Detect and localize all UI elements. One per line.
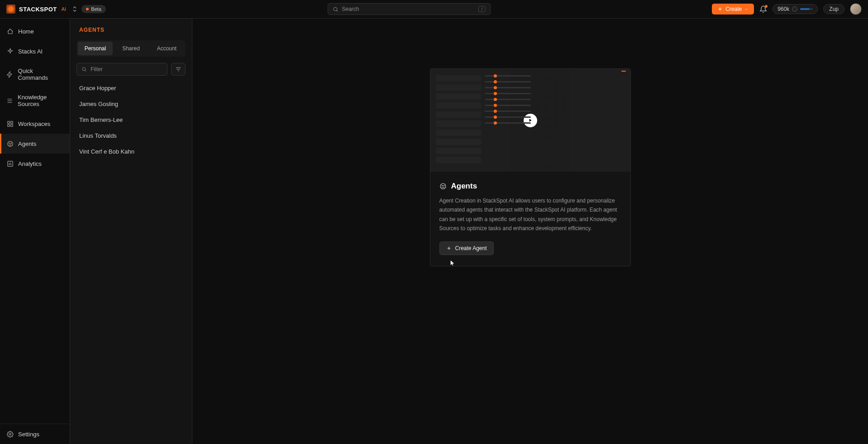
header-center: /	[106, 3, 712, 15]
search-shortcut-hint: /	[478, 6, 485, 12]
filter-input-wrapper[interactable]	[76, 63, 167, 76]
tab-personal[interactable]: Personal	[78, 42, 113, 55]
face-icon	[6, 140, 14, 147]
svg-point-9	[9, 433, 11, 435]
chevron-down-icon	[744, 7, 749, 11]
svg-point-13	[444, 185, 444, 186]
sidebar-item-home[interactable]: Home	[0, 21, 70, 41]
agents-tabs: Personal Shared Account	[76, 40, 186, 57]
agent-name: Grace Hopper	[79, 85, 116, 92]
gear-icon	[6, 430, 14, 438]
sparkle-icon	[6, 48, 14, 55]
agent-name: Tim Berners-Lee	[79, 116, 123, 123]
create-button[interactable]: Create	[712, 4, 754, 14]
notification-dot-icon	[765, 5, 768, 8]
plus-icon	[446, 246, 452, 251]
svg-point-7	[10, 143, 11, 143]
svg-point-11	[440, 183, 446, 189]
agent-item[interactable]: Tim Berners-Lee	[76, 112, 186, 128]
org-label: Zup	[829, 6, 839, 12]
sidebar-item-agents[interactable]: Agents	[0, 134, 70, 154]
svg-point-0	[334, 7, 337, 11]
svg-rect-2	[10, 121, 12, 123]
sidebar-item-knowledge-sources[interactable]: Knowledge Sources	[0, 87, 70, 114]
logo-area[interactable]: STACKSPOT AI	[6, 5, 77, 14]
status-dot-icon	[86, 8, 89, 10]
create-label: Create	[725, 6, 742, 12]
sidebar-item-label: Knowledge Sources	[18, 94, 63, 107]
sidebar-item-quick-commands[interactable]: Quick Commands	[0, 61, 70, 87]
create-agent-button[interactable]: Create Agent	[439, 241, 494, 255]
header-right: Create 960k Zup	[712, 3, 862, 15]
agent-item[interactable]: Grace Hopper	[76, 80, 186, 96]
cursor-icon	[449, 259, 456, 266]
svg-point-5	[7, 141, 12, 146]
home-icon	[6, 28, 14, 35]
card-description: Agent Creation in StackSpot AI allows us…	[439, 196, 621, 233]
filter-options-button[interactable]	[171, 63, 186, 76]
sidebar-item-workspaces[interactable]: Workspaces	[0, 114, 70, 134]
svg-point-6	[9, 143, 10, 143]
agent-item[interactable]: James Gosling	[76, 96, 186, 112]
sidebar-item-label: Workspaces	[18, 121, 50, 127]
beta-badge: Beta	[81, 5, 106, 13]
chart-icon	[6, 160, 14, 167]
panel-title: AGENTS	[76, 27, 186, 33]
bolt-icon	[6, 71, 14, 78]
card-title: Agents	[451, 182, 477, 191]
stack-icon	[6, 97, 13, 104]
nav-list: Home Stacks AI Quick Commands Knowledge …	[0, 19, 70, 424]
agent-list: Grace Hopper James Gosling Tim Berners-L…	[76, 80, 186, 159]
filter-input[interactable]	[91, 66, 162, 72]
sidebar: Home Stacks AI Quick Commands Knowledge …	[0, 19, 70, 444]
org-switcher[interactable]: Zup	[823, 4, 844, 14]
beta-label: Beta	[91, 6, 101, 12]
sidebar-item-settings[interactable]: Settings	[0, 424, 70, 444]
avatar[interactable]	[850, 3, 862, 15]
filter-icon	[175, 66, 181, 72]
brand-suffix: AI	[62, 6, 66, 12]
notification-button[interactable]	[759, 5, 767, 13]
sidebar-item-analytics[interactable]: Analytics	[0, 154, 70, 174]
sidebar-item-label: Settings	[18, 431, 39, 438]
chevron-updown-icon[interactable]	[72, 6, 77, 12]
button-label: Create Agent	[455, 245, 487, 251]
tab-account[interactable]: Account	[149, 42, 184, 55]
filter-row	[76, 63, 186, 76]
agent-name: James Gosling	[79, 101, 118, 107]
agents-panel: AGENTS Personal Shared Account Grace Hop…	[70, 19, 192, 444]
agents-intro-card: Agents Agent Creation in StackSpot AI al…	[430, 68, 631, 266]
agent-name: Vint Cerf e Bob Kahn	[79, 148, 134, 155]
credits-value: 960k	[777, 6, 789, 12]
agent-name: Linus Torvalds	[79, 132, 117, 139]
svg-point-10	[82, 68, 86, 71]
plus-icon	[717, 6, 723, 12]
logo-icon	[6, 5, 15, 14]
video-mock-left	[436, 75, 481, 165]
grid-icon	[6, 120, 14, 127]
sidebar-item-stacks-ai[interactable]: Stacks AI	[0, 41, 70, 61]
video-mock-right	[485, 75, 531, 165]
card-title-row: Agents	[439, 182, 621, 191]
tab-shared[interactable]: Shared	[114, 42, 148, 55]
face-icon	[439, 183, 447, 190]
header: STACKSPOT AI Beta / Create	[0, 0, 868, 19]
svg-rect-1	[7, 121, 9, 123]
search-icon	[81, 67, 87, 72]
search-box[interactable]: /	[328, 3, 491, 15]
agent-item[interactable]: Vint Cerf e Bob Kahn	[76, 144, 186, 159]
sidebar-item-label: Home	[18, 28, 34, 35]
video-tag	[621, 71, 626, 72]
agent-item[interactable]: Linus Torvalds	[76, 128, 186, 144]
sidebar-footer: Settings	[0, 424, 70, 444]
tab-label: Shared	[122, 45, 140, 52]
credits-pill[interactable]: 960k	[773, 4, 818, 14]
tab-label: Personal	[85, 45, 106, 52]
search-input[interactable]	[342, 6, 475, 12]
intro-video-thumbnail[interactable]	[430, 69, 630, 172]
brand-name: STACKSPOT	[19, 6, 57, 13]
card-body: Agents Agent Creation in StackSpot AI al…	[430, 172, 630, 266]
sidebar-item-label: Analytics	[18, 160, 42, 167]
sidebar-item-label: Quick Commands	[18, 68, 63, 81]
svg-rect-4	[10, 124, 12, 126]
